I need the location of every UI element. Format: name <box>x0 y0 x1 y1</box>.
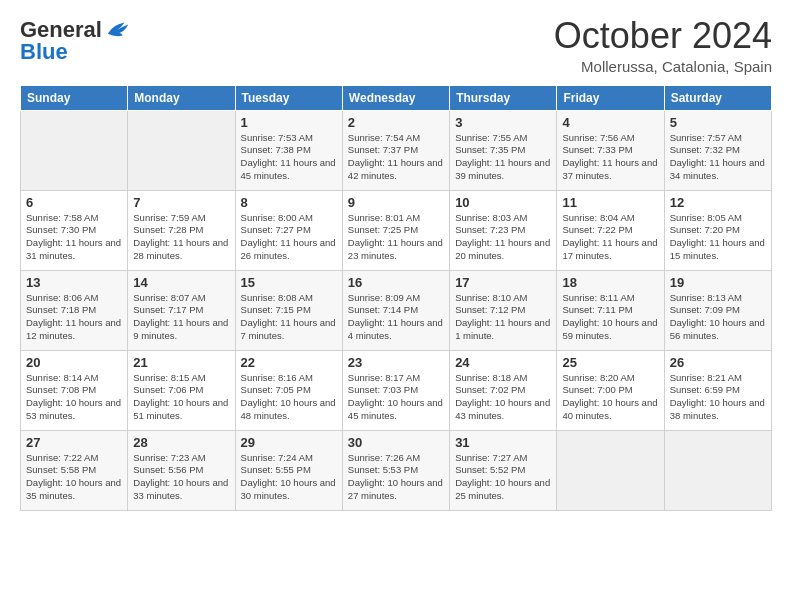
day-number: 3 <box>455 115 551 130</box>
calendar-cell: 24Sunrise: 8:18 AM Sunset: 7:02 PM Dayli… <box>450 350 557 430</box>
day-number: 9 <box>348 195 444 210</box>
day-info: Sunrise: 7:22 AM Sunset: 5:58 PM Dayligh… <box>26 452 122 503</box>
calendar-cell: 30Sunrise: 7:26 AM Sunset: 5:53 PM Dayli… <box>342 430 449 510</box>
day-info: Sunrise: 7:23 AM Sunset: 5:56 PM Dayligh… <box>133 452 229 503</box>
calendar-cell: 3Sunrise: 7:55 AM Sunset: 7:35 PM Daylig… <box>450 110 557 190</box>
day-number: 7 <box>133 195 229 210</box>
day-number: 8 <box>241 195 337 210</box>
location-subtitle: Mollerussa, Catalonia, Spain <box>554 58 772 75</box>
day-info: Sunrise: 7:53 AM Sunset: 7:38 PM Dayligh… <box>241 132 337 183</box>
calendar-cell: 31Sunrise: 7:27 AM Sunset: 5:52 PM Dayli… <box>450 430 557 510</box>
day-info: Sunrise: 8:14 AM Sunset: 7:08 PM Dayligh… <box>26 372 122 423</box>
calendar-cell <box>21 110 128 190</box>
week-row-3: 13Sunrise: 8:06 AM Sunset: 7:18 PM Dayli… <box>21 270 772 350</box>
day-number: 16 <box>348 275 444 290</box>
day-info: Sunrise: 8:21 AM Sunset: 6:59 PM Dayligh… <box>670 372 766 423</box>
calendar-cell <box>557 430 664 510</box>
calendar-cell: 11Sunrise: 8:04 AM Sunset: 7:22 PM Dayli… <box>557 190 664 270</box>
calendar-cell: 12Sunrise: 8:05 AM Sunset: 7:20 PM Dayli… <box>664 190 771 270</box>
day-number: 6 <box>26 195 122 210</box>
day-number: 20 <box>26 355 122 370</box>
calendar-cell: 6Sunrise: 7:58 AM Sunset: 7:30 PM Daylig… <box>21 190 128 270</box>
day-info: Sunrise: 7:56 AM Sunset: 7:33 PM Dayligh… <box>562 132 658 183</box>
day-number: 18 <box>562 275 658 290</box>
day-number: 14 <box>133 275 229 290</box>
logo-bird-icon <box>104 16 132 44</box>
day-info: Sunrise: 7:57 AM Sunset: 7:32 PM Dayligh… <box>670 132 766 183</box>
calendar-cell: 4Sunrise: 7:56 AM Sunset: 7:33 PM Daylig… <box>557 110 664 190</box>
day-number: 1 <box>241 115 337 130</box>
day-info: Sunrise: 8:06 AM Sunset: 7:18 PM Dayligh… <box>26 292 122 343</box>
week-row-2: 6Sunrise: 7:58 AM Sunset: 7:30 PM Daylig… <box>21 190 772 270</box>
day-info: Sunrise: 8:03 AM Sunset: 7:23 PM Dayligh… <box>455 212 551 263</box>
day-info: Sunrise: 8:10 AM Sunset: 7:12 PM Dayligh… <box>455 292 551 343</box>
calendar-cell: 23Sunrise: 8:17 AM Sunset: 7:03 PM Dayli… <box>342 350 449 430</box>
day-number: 29 <box>241 435 337 450</box>
calendar-cell: 1Sunrise: 7:53 AM Sunset: 7:38 PM Daylig… <box>235 110 342 190</box>
calendar-cell: 16Sunrise: 8:09 AM Sunset: 7:14 PM Dayli… <box>342 270 449 350</box>
logo: General Blue <box>20 16 132 64</box>
day-number: 28 <box>133 435 229 450</box>
week-row-5: 27Sunrise: 7:22 AM Sunset: 5:58 PM Dayli… <box>21 430 772 510</box>
weekday-header-saturday: Saturday <box>664 85 771 110</box>
calendar-cell: 17Sunrise: 8:10 AM Sunset: 7:12 PM Dayli… <box>450 270 557 350</box>
day-number: 5 <box>670 115 766 130</box>
day-info: Sunrise: 7:27 AM Sunset: 5:52 PM Dayligh… <box>455 452 551 503</box>
calendar-cell: 19Sunrise: 8:13 AM Sunset: 7:09 PM Dayli… <box>664 270 771 350</box>
weekday-header-friday: Friday <box>557 85 664 110</box>
header-row: SundayMondayTuesdayWednesdayThursdayFrid… <box>21 85 772 110</box>
calendar-cell: 27Sunrise: 7:22 AM Sunset: 5:58 PM Dayli… <box>21 430 128 510</box>
day-number: 2 <box>348 115 444 130</box>
calendar-cell: 5Sunrise: 7:57 AM Sunset: 7:32 PM Daylig… <box>664 110 771 190</box>
calendar-cell: 26Sunrise: 8:21 AM Sunset: 6:59 PM Dayli… <box>664 350 771 430</box>
day-info: Sunrise: 8:09 AM Sunset: 7:14 PM Dayligh… <box>348 292 444 343</box>
calendar-cell: 18Sunrise: 8:11 AM Sunset: 7:11 PM Dayli… <box>557 270 664 350</box>
title-block: October 2024 Mollerussa, Catalonia, Spai… <box>554 16 772 75</box>
day-info: Sunrise: 8:15 AM Sunset: 7:06 PM Dayligh… <box>133 372 229 423</box>
calendar-cell <box>128 110 235 190</box>
day-number: 23 <box>348 355 444 370</box>
calendar-cell: 20Sunrise: 8:14 AM Sunset: 7:08 PM Dayli… <box>21 350 128 430</box>
header: General Blue October 2024 Mollerussa, Ca… <box>20 16 772 75</box>
month-title: October 2024 <box>554 16 772 56</box>
calendar-cell: 9Sunrise: 8:01 AM Sunset: 7:25 PM Daylig… <box>342 190 449 270</box>
calendar-cell: 7Sunrise: 7:59 AM Sunset: 7:28 PM Daylig… <box>128 190 235 270</box>
day-info: Sunrise: 8:16 AM Sunset: 7:05 PM Dayligh… <box>241 372 337 423</box>
day-number: 19 <box>670 275 766 290</box>
day-number: 24 <box>455 355 551 370</box>
calendar-cell: 8Sunrise: 8:00 AM Sunset: 7:27 PM Daylig… <box>235 190 342 270</box>
day-number: 15 <box>241 275 337 290</box>
day-info: Sunrise: 7:24 AM Sunset: 5:55 PM Dayligh… <box>241 452 337 503</box>
calendar-table: SundayMondayTuesdayWednesdayThursdayFrid… <box>20 85 772 511</box>
day-info: Sunrise: 8:17 AM Sunset: 7:03 PM Dayligh… <box>348 372 444 423</box>
day-number: 21 <box>133 355 229 370</box>
day-number: 12 <box>670 195 766 210</box>
calendar-cell: 13Sunrise: 8:06 AM Sunset: 7:18 PM Dayli… <box>21 270 128 350</box>
calendar-cell: 29Sunrise: 7:24 AM Sunset: 5:55 PM Dayli… <box>235 430 342 510</box>
day-number: 11 <box>562 195 658 210</box>
day-number: 4 <box>562 115 658 130</box>
weekday-header-tuesday: Tuesday <box>235 85 342 110</box>
weekday-header-wednesday: Wednesday <box>342 85 449 110</box>
weekday-header-monday: Monday <box>128 85 235 110</box>
day-number: 17 <box>455 275 551 290</box>
day-info: Sunrise: 7:58 AM Sunset: 7:30 PM Dayligh… <box>26 212 122 263</box>
calendar-cell: 28Sunrise: 7:23 AM Sunset: 5:56 PM Dayli… <box>128 430 235 510</box>
week-row-4: 20Sunrise: 8:14 AM Sunset: 7:08 PM Dayli… <box>21 350 772 430</box>
day-info: Sunrise: 8:18 AM Sunset: 7:02 PM Dayligh… <box>455 372 551 423</box>
calendar-cell: 2Sunrise: 7:54 AM Sunset: 7:37 PM Daylig… <box>342 110 449 190</box>
day-info: Sunrise: 7:55 AM Sunset: 7:35 PM Dayligh… <box>455 132 551 183</box>
day-info: Sunrise: 8:20 AM Sunset: 7:00 PM Dayligh… <box>562 372 658 423</box>
day-number: 30 <box>348 435 444 450</box>
day-info: Sunrise: 7:59 AM Sunset: 7:28 PM Dayligh… <box>133 212 229 263</box>
page: General Blue October 2024 Mollerussa, Ca… <box>0 0 792 612</box>
day-number: 25 <box>562 355 658 370</box>
calendar-cell: 10Sunrise: 8:03 AM Sunset: 7:23 PM Dayli… <box>450 190 557 270</box>
calendar-cell: 14Sunrise: 8:07 AM Sunset: 7:17 PM Dayli… <box>128 270 235 350</box>
day-info: Sunrise: 8:04 AM Sunset: 7:22 PM Dayligh… <box>562 212 658 263</box>
day-number: 22 <box>241 355 337 370</box>
calendar-cell <box>664 430 771 510</box>
day-info: Sunrise: 8:13 AM Sunset: 7:09 PM Dayligh… <box>670 292 766 343</box>
day-number: 26 <box>670 355 766 370</box>
day-number: 31 <box>455 435 551 450</box>
